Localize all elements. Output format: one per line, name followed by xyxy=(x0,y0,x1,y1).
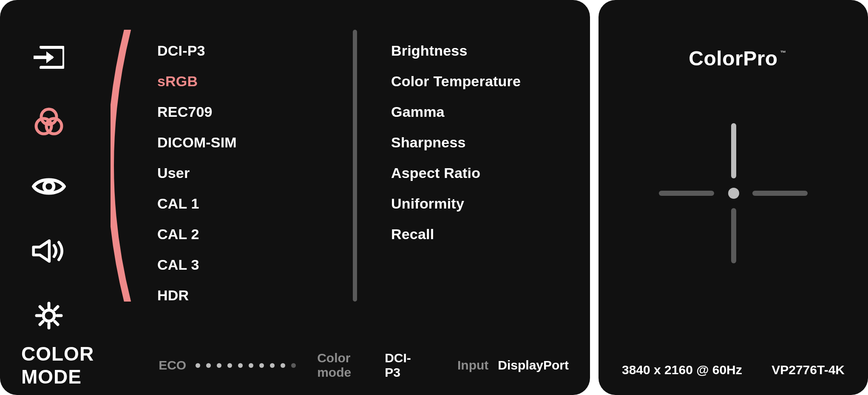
mode-srgb[interactable]: sRGB xyxy=(157,73,237,90)
eco-dot xyxy=(227,363,232,368)
eco-dots xyxy=(196,363,296,368)
footer-color-mode: Color mode DCI-P3 xyxy=(317,351,419,380)
eco-dot xyxy=(217,363,221,368)
mode-cal2[interactable]: CAL 2 xyxy=(157,226,237,243)
image-adjust-list: Brightness Color Temperature Gamma Sharp… xyxy=(391,42,521,243)
model-value: VP2776T-4K xyxy=(772,363,845,377)
color-icon[interactable] xyxy=(32,105,66,139)
osd-main-panel: DCI-P3 sRGB REC709 DICOM-SIM User CAL 1 … xyxy=(0,0,590,395)
input-icon[interactable] xyxy=(32,40,66,74)
mode-hdr[interactable]: HDR xyxy=(157,287,237,304)
eco-dot xyxy=(249,363,253,368)
footer-eco: ECO xyxy=(159,358,296,372)
input-value: DisplayPort xyxy=(498,358,569,372)
eco-dot xyxy=(291,363,296,368)
adjust-uniformity[interactable]: Uniformity xyxy=(391,195,521,212)
eco-dot xyxy=(206,363,211,368)
brand-text: ColorPro xyxy=(689,47,777,70)
color-mode-label: Color mode xyxy=(317,351,375,380)
joystick-up-icon[interactable] xyxy=(731,123,736,178)
eco-label: ECO xyxy=(159,358,186,372)
eco-dot xyxy=(196,363,200,368)
nav-rail xyxy=(0,0,98,340)
mode-dci-p3[interactable]: DCI-P3 xyxy=(157,42,237,59)
mode-rec709[interactable]: REC709 xyxy=(157,104,237,120)
svg-point-3 xyxy=(44,182,54,192)
adjust-sharpness[interactable]: Sharpness xyxy=(391,134,521,151)
adjust-color-temperature[interactable]: Color Temperature xyxy=(391,73,521,90)
side-footer: 3840 x 2160 @ 60Hz VP2776T-4K xyxy=(599,363,868,377)
adjust-brightness[interactable]: Brightness xyxy=(391,42,521,59)
svg-point-4 xyxy=(43,310,54,321)
eco-dot xyxy=(259,363,264,368)
eco-dot xyxy=(238,363,243,368)
gear-icon[interactable] xyxy=(32,299,66,333)
joystick-down-icon[interactable] xyxy=(731,208,736,263)
mode-cal3[interactable]: CAL 3 xyxy=(157,257,237,273)
color-mode-list: DCI-P3 sRGB REC709 DICOM-SIM User CAL 1 … xyxy=(157,42,237,304)
column-divider xyxy=(353,30,357,302)
adjust-aspect-ratio[interactable]: Aspect Ratio xyxy=(391,165,521,181)
mode-cal1[interactable]: CAL 1 xyxy=(157,195,237,212)
mode-dicom-sim[interactable]: DICOM-SIM xyxy=(157,134,237,151)
adjust-gamma[interactable]: Gamma xyxy=(391,104,521,120)
input-label: Input xyxy=(457,358,488,372)
footer-input: Input DisplayPort xyxy=(457,358,569,372)
eco-dot xyxy=(270,363,275,368)
main-area: DCI-P3 sRGB REC709 DICOM-SIM User CAL 1 … xyxy=(0,0,590,340)
joystick-right-icon[interactable] xyxy=(752,191,808,196)
color-mode-value: DCI-P3 xyxy=(385,351,419,380)
trademark-icon: ™ xyxy=(780,49,786,56)
audio-icon[interactable] xyxy=(32,234,66,268)
eco-dot xyxy=(281,363,285,368)
footer: COLOR MODE ECO Color mode DCI-P3 Input D… xyxy=(0,340,590,395)
brand-logo: ColorPro ™ xyxy=(689,47,777,70)
footer-title: COLOR MODE xyxy=(21,342,137,388)
joystick-indicator xyxy=(648,117,818,270)
joystick-left-icon[interactable] xyxy=(659,191,714,196)
joystick-press-icon[interactable] xyxy=(728,188,739,199)
eye-icon[interactable] xyxy=(32,169,66,203)
adjust-recall[interactable]: Recall xyxy=(391,226,521,243)
mode-user[interactable]: User xyxy=(157,165,237,181)
osd-side-panel: ColorPro ™ 3840 x 2160 @ 60Hz VP2776T-4K xyxy=(599,0,868,395)
resolution-value: 3840 x 2160 @ 60Hz xyxy=(622,363,742,377)
